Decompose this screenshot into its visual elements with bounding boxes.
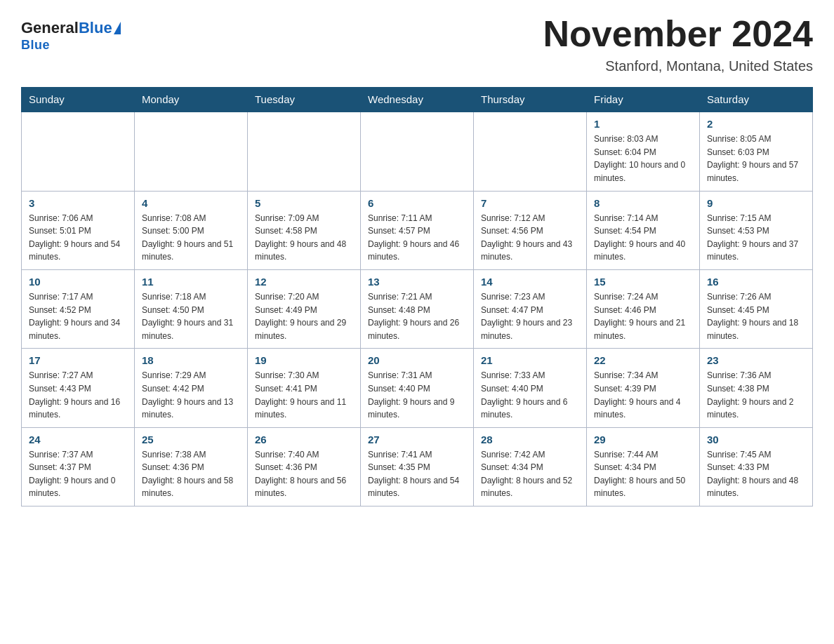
calendar-cell: 18Sunrise: 7:29 AMSunset: 4:42 PMDayligh… <box>135 349 248 427</box>
calendar-cell: 15Sunrise: 7:24 AMSunset: 4:46 PMDayligh… <box>587 269 700 348</box>
cell-sun-info: Sunrise: 7:38 AMSunset: 4:36 PMDaylight:… <box>142 448 240 500</box>
cell-day-number: 8 <box>594 197 692 209</box>
calendar-cell: 2Sunrise: 8:05 AMSunset: 6:03 PMDaylight… <box>700 112 813 191</box>
cell-sun-info: Sunrise: 7:33 AMSunset: 4:40 PMDaylight:… <box>481 369 579 421</box>
calendar-cell: 20Sunrise: 7:31 AMSunset: 4:40 PMDayligh… <box>361 349 474 427</box>
cell-sun-info: Sunrise: 7:17 AMSunset: 4:52 PMDaylight:… <box>29 290 127 342</box>
cell-sun-info: Sunrise: 7:44 AMSunset: 4:34 PMDaylight:… <box>594 448 692 500</box>
calendar-header-wednesday: Wednesday <box>361 88 474 112</box>
cell-sun-info: Sunrise: 7:12 AMSunset: 4:56 PMDaylight:… <box>481 212 579 264</box>
calendar-cell: 16Sunrise: 7:26 AMSunset: 4:45 PMDayligh… <box>700 269 813 348</box>
calendar-week-row: 1Sunrise: 8:03 AMSunset: 6:04 PMDaylight… <box>22 112 813 191</box>
cell-day-number: 18 <box>142 354 240 366</box>
cell-sun-info: Sunrise: 7:31 AMSunset: 4:40 PMDaylight:… <box>368 369 466 421</box>
calendar-week-row: 10Sunrise: 7:17 AMSunset: 4:52 PMDayligh… <box>22 269 813 348</box>
calendar-cell: 13Sunrise: 7:21 AMSunset: 4:48 PMDayligh… <box>361 269 474 348</box>
cell-day-number: 2 <box>707 118 805 130</box>
logo-general-text: General <box>21 20 79 36</box>
cell-sun-info: Sunrise: 7:11 AMSunset: 4:57 PMDaylight:… <box>368 212 466 264</box>
calendar-cell <box>474 112 587 191</box>
calendar-table: SundayMondayTuesdayWednesdayThursdayFrid… <box>21 87 813 507</box>
calendar-header-row: SundayMondayTuesdayWednesdayThursdayFrid… <box>22 88 813 112</box>
calendar-cell: 9Sunrise: 7:15 AMSunset: 4:53 PMDaylight… <box>700 191 813 269</box>
cell-sun-info: Sunrise: 7:24 AMSunset: 4:46 PMDaylight:… <box>594 290 692 342</box>
cell-sun-info: Sunrise: 7:42 AMSunset: 4:34 PMDaylight:… <box>481 448 579 500</box>
cell-day-number: 17 <box>29 354 127 366</box>
calendar-cell: 6Sunrise: 7:11 AMSunset: 4:57 PMDaylight… <box>361 191 474 269</box>
cell-day-number: 9 <box>707 197 805 209</box>
cell-sun-info: Sunrise: 7:09 AMSunset: 4:58 PMDaylight:… <box>255 212 353 264</box>
cell-day-number: 5 <box>255 197 353 209</box>
calendar-week-row: 3Sunrise: 7:06 AMSunset: 5:01 PMDaylight… <box>22 191 813 269</box>
calendar-header-tuesday: Tuesday <box>248 88 361 112</box>
calendar-subtitle: Stanford, Montana, United States <box>543 58 813 74</box>
calendar-cell <box>248 112 361 191</box>
cell-day-number: 23 <box>707 354 805 366</box>
cell-day-number: 25 <box>142 434 240 445</box>
cell-day-number: 30 <box>707 434 805 445</box>
calendar-cell: 7Sunrise: 7:12 AMSunset: 4:56 PMDaylight… <box>474 191 587 269</box>
calendar-cell: 12Sunrise: 7:20 AMSunset: 4:49 PMDayligh… <box>248 269 361 348</box>
cell-sun-info: Sunrise: 7:27 AMSunset: 4:43 PMDaylight:… <box>29 369 127 421</box>
cell-day-number: 20 <box>368 354 466 366</box>
calendar-cell: 23Sunrise: 7:36 AMSunset: 4:38 PMDayligh… <box>700 349 813 427</box>
calendar-cell: 29Sunrise: 7:44 AMSunset: 4:34 PMDayligh… <box>587 427 700 506</box>
calendar-header-friday: Friday <box>587 88 700 112</box>
cell-day-number: 3 <box>29 197 127 209</box>
calendar-cell: 26Sunrise: 7:40 AMSunset: 4:36 PMDayligh… <box>248 427 361 506</box>
title-area: November 2024 Stanford, Montana, United … <box>543 14 813 74</box>
cell-sun-info: Sunrise: 8:03 AMSunset: 6:04 PMDaylight:… <box>594 133 692 185</box>
page-header: GeneralBlue Blue November 2024 Stanford,… <box>21 14 813 74</box>
cell-day-number: 10 <box>29 276 127 288</box>
cell-sun-info: Sunrise: 7:23 AMSunset: 4:47 PMDaylight:… <box>481 290 579 342</box>
cell-day-number: 19 <box>255 354 353 366</box>
calendar-cell: 21Sunrise: 7:33 AMSunset: 4:40 PMDayligh… <box>474 349 587 427</box>
calendar-cell: 25Sunrise: 7:38 AMSunset: 4:36 PMDayligh… <box>135 427 248 506</box>
calendar-cell: 8Sunrise: 7:14 AMSunset: 4:54 PMDaylight… <box>587 191 700 269</box>
calendar-cell: 14Sunrise: 7:23 AMSunset: 4:47 PMDayligh… <box>474 269 587 348</box>
cell-day-number: 29 <box>594 434 692 445</box>
cell-day-number: 11 <box>142 276 240 288</box>
calendar-cell: 27Sunrise: 7:41 AMSunset: 4:35 PMDayligh… <box>361 427 474 506</box>
cell-day-number: 1 <box>594 118 692 130</box>
calendar-week-row: 24Sunrise: 7:37 AMSunset: 4:37 PMDayligh… <box>22 427 813 506</box>
calendar-cell: 1Sunrise: 8:03 AMSunset: 6:04 PMDaylight… <box>587 112 700 191</box>
cell-day-number: 28 <box>481 434 579 445</box>
cell-sun-info: Sunrise: 7:37 AMSunset: 4:37 PMDaylight:… <box>29 448 127 500</box>
calendar-cell: 17Sunrise: 7:27 AMSunset: 4:43 PMDayligh… <box>22 349 135 427</box>
cell-sun-info: Sunrise: 8:05 AMSunset: 6:03 PMDaylight:… <box>707 133 805 185</box>
cell-sun-info: Sunrise: 7:20 AMSunset: 4:49 PMDaylight:… <box>255 290 353 342</box>
calendar-title: November 2024 <box>543 14 813 54</box>
calendar-cell: 10Sunrise: 7:17 AMSunset: 4:52 PMDayligh… <box>22 269 135 348</box>
cell-day-number: 12 <box>255 276 353 288</box>
calendar-cell: 24Sunrise: 7:37 AMSunset: 4:37 PMDayligh… <box>22 427 135 506</box>
cell-sun-info: Sunrise: 7:34 AMSunset: 4:39 PMDaylight:… <box>594 369 692 421</box>
calendar-header-monday: Monday <box>135 88 248 112</box>
cell-sun-info: Sunrise: 7:41 AMSunset: 4:35 PMDaylight:… <box>368 448 466 500</box>
cell-day-number: 6 <box>368 197 466 209</box>
logo-subtitle: Blue <box>21 38 50 53</box>
cell-day-number: 26 <box>255 434 353 445</box>
cell-sun-info: Sunrise: 7:08 AMSunset: 5:00 PMDaylight:… <box>142 212 240 264</box>
calendar-cell: 5Sunrise: 7:09 AMSunset: 4:58 PMDaylight… <box>248 191 361 269</box>
cell-sun-info: Sunrise: 7:18 AMSunset: 4:50 PMDaylight:… <box>142 290 240 342</box>
cell-sun-info: Sunrise: 7:06 AMSunset: 5:01 PMDaylight:… <box>29 212 127 264</box>
calendar-cell: 22Sunrise: 7:34 AMSunset: 4:39 PMDayligh… <box>587 349 700 427</box>
calendar-cell: 30Sunrise: 7:45 AMSunset: 4:33 PMDayligh… <box>700 427 813 506</box>
cell-day-number: 15 <box>594 276 692 288</box>
cell-sun-info: Sunrise: 7:40 AMSunset: 4:36 PMDaylight:… <box>255 448 353 500</box>
calendar-cell <box>361 112 474 191</box>
calendar-cell: 3Sunrise: 7:06 AMSunset: 5:01 PMDaylight… <box>22 191 135 269</box>
cell-day-number: 24 <box>29 434 127 445</box>
cell-sun-info: Sunrise: 7:21 AMSunset: 4:48 PMDaylight:… <box>368 290 466 342</box>
cell-day-number: 4 <box>142 197 240 209</box>
calendar-header-saturday: Saturday <box>700 88 813 112</box>
calendar-cell: 11Sunrise: 7:18 AMSunset: 4:50 PMDayligh… <box>135 269 248 348</box>
cell-day-number: 22 <box>594 354 692 366</box>
cell-sun-info: Sunrise: 7:36 AMSunset: 4:38 PMDaylight:… <box>707 369 805 421</box>
cell-day-number: 14 <box>481 276 579 288</box>
cell-day-number: 27 <box>368 434 466 445</box>
calendar-week-row: 17Sunrise: 7:27 AMSunset: 4:43 PMDayligh… <box>22 349 813 427</box>
logo-triangle-icon <box>114 22 121 34</box>
calendar-cell: 4Sunrise: 7:08 AMSunset: 5:00 PMDaylight… <box>135 191 248 269</box>
